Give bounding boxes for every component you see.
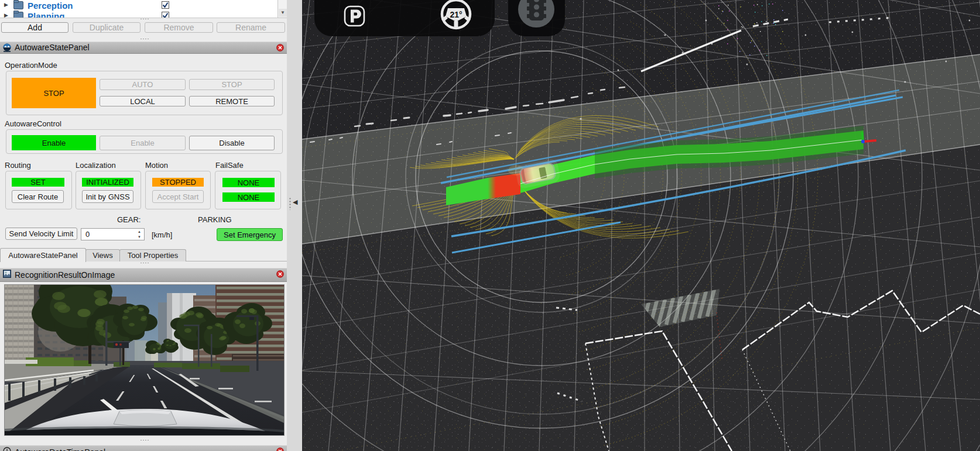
svg-text:21°: 21°: [450, 10, 462, 19]
